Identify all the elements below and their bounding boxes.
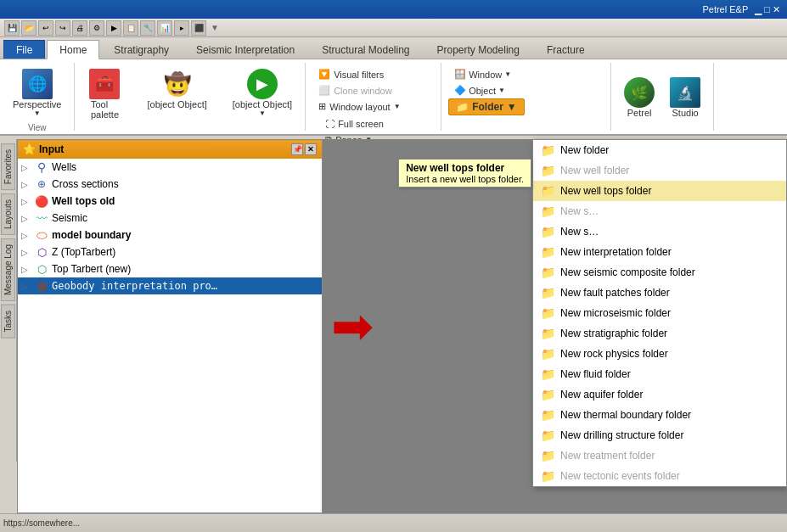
- new-interpretation-icon: 📁: [540, 244, 555, 260]
- top-tarbert-label: Top Tarbert (new): [52, 263, 318, 275]
- ribbon: 🌐 Perspective ▼ View 🧰 Toolpalette 🤠 [ob…: [0, 59, 787, 136]
- window-label: Window: [469, 70, 502, 80]
- panel-close-button[interactable]: ✕: [305, 143, 317, 155]
- qa-misc2[interactable]: 🔧: [140, 20, 155, 36]
- tab-structural[interactable]: Structural Modeling: [309, 40, 422, 59]
- tree-item-geobody[interactable]: ▷ ▦ Geobody interpretation pro…: [18, 277, 322, 294]
- menu-item-new-interpretation-folder[interactable]: 📁 New interpretation folder: [533, 242, 786, 262]
- players-button[interactable]: ▶ [object Object] ▼: [227, 64, 298, 121]
- new-aquifer-icon: 📁: [540, 387, 555, 402]
- panel-pin-button[interactable]: 📌: [291, 143, 303, 155]
- sidebar-tab-tasks[interactable]: Tasks: [1, 305, 15, 339]
- tab-home[interactable]: Home: [47, 40, 99, 59]
- tree-item-cross-sections[interactable]: ▷ ⊕ Cross sections: [18, 176, 322, 193]
- menu-item-new-rock-physics[interactable]: 📁 New rock physics folder: [533, 344, 786, 364]
- qa-play[interactable]: ▶: [106, 20, 121, 36]
- new-tectonic-events-label: New tectonic events folder: [560, 470, 680, 482]
- quickaccess-toolbar: 💾 📂 ↩ ↪ 🖨 ⚙ ▶ 📋 🔧 📊 ▸ ⬛ ▼: [0, 19, 787, 37]
- object-caret: ▼: [498, 87, 505, 94]
- panel-controls: 📌 ✕: [291, 143, 317, 155]
- menu-item-new-thermal-boundary[interactable]: 📁 New thermal boundary folder: [533, 405, 786, 425]
- clone-window-button[interactable]: ⬜ Clone window: [312, 82, 406, 98]
- menu-item-new-tectonic-events: 📁 New tectonic events folder: [533, 466, 786, 486]
- tab-stratigraphy[interactable]: Stratigraphy: [101, 40, 182, 59]
- qa-misc5[interactable]: ⬛: [191, 20, 206, 36]
- studio-button[interactable]: 🔬 Studio: [664, 73, 706, 122]
- folder-label: Folder: [472, 101, 503, 113]
- new-fault-patches-icon: 📁: [540, 285, 555, 300]
- visual-filters-button[interactable]: 🔽 Visual filters: [312, 66, 406, 82]
- expand-tarbert: ▷: [21, 265, 31, 274]
- qa-save[interactable]: 💾: [4, 20, 20, 36]
- new-drilling-structure-label: New drilling structure folder: [560, 429, 683, 441]
- well-tops-icon: 🔴: [35, 194, 48, 208]
- tool-palette-label: Toolpalette: [91, 99, 119, 120]
- folder-button[interactable]: 📁 Folder ▼: [448, 98, 525, 115]
- sidebar-tab-layouts[interactable]: Layouts: [1, 193, 15, 235]
- petrel-button[interactable]: 🌿 Petrel: [618, 73, 661, 122]
- menu-item-new-fault-patches[interactable]: 📁 New fault patches folder: [533, 283, 786, 303]
- qa-misc3[interactable]: 📊: [157, 20, 172, 36]
- model-boundary-label: model boundary: [52, 229, 318, 241]
- qa-misc4[interactable]: ▸: [174, 20, 189, 36]
- new-s2-icon: 📁: [540, 224, 555, 239]
- left-sidebar: Favorites Layouts Message Log Tasks: [0, 139, 17, 462]
- tree-item-model-boundary[interactable]: ▷ ⬭ model boundary: [18, 227, 322, 244]
- tree-item-well-tops-old[interactable]: ▷ 🔴 Well tops old: [18, 193, 322, 210]
- expand-geobody: ▷: [21, 282, 31, 291]
- menu-item-new-fluid[interactable]: 📁 New fluid folder: [533, 364, 786, 384]
- window-button[interactable]: 🪟 Window ▼: [448, 66, 517, 82]
- tab-fracture[interactable]: Fracture: [534, 40, 598, 59]
- window-caret: ▼: [504, 70, 511, 78]
- object-button[interactable]: 🔷 Object ▼: [448, 82, 511, 98]
- tree-item-top-tarbert[interactable]: ▷ ⬡ Top Tarbert (new): [18, 260, 322, 277]
- new-interpretation-folder-label: New interpretation folder: [560, 246, 672, 258]
- tree-item-seismic[interactable]: ▷ 〰 Seismic: [18, 210, 322, 227]
- qa-settings[interactable]: ⚙: [89, 20, 104, 36]
- geobody-icon: ▦: [35, 279, 48, 293]
- visual-filters-label: Visual filters: [334, 70, 384, 80]
- menu-item-new-s2[interactable]: 📁 New s…: [533, 221, 786, 242]
- ribbon-section-toolpalette: 🧰 Toolpalette: [75, 63, 134, 131]
- wells-icon: ⚲: [35, 160, 48, 174]
- perspective-label: Perspective: [13, 99, 61, 109]
- tool-palette-icon: 🧰: [89, 69, 120, 99]
- tab-property[interactable]: Property Modeling: [424, 40, 532, 59]
- perspective-caret: ▼: [34, 109, 41, 117]
- menu-item-new-drilling-structure[interactable]: 📁 New drilling structure folder: [533, 425, 786, 445]
- new-drilling-structure-icon: 📁: [540, 428, 555, 443]
- new-fluid-label: New fluid folder: [560, 368, 631, 380]
- menu-item-new-well-tops-folder[interactable]: 📁 New well tops folder: [533, 181, 786, 201]
- menu-item-new-aquifer[interactable]: 📁 New aquifer folder: [533, 384, 786, 405]
- qa-redo[interactable]: ↪: [55, 20, 70, 36]
- window-layout-button[interactable]: ⊞ Window layout ▼: [312, 98, 406, 115]
- well-tops-label: Well tops old: [52, 195, 318, 207]
- tooltip: New well tops folder Insert a new well t…: [398, 159, 531, 188]
- menu-item-new-folder[interactable]: 📁 New folder: [533, 140, 786, 160]
- statusbar: https://somewhere...: [0, 513, 787, 532]
- tab-file[interactable]: File: [3, 40, 45, 59]
- new-well-folder-icon: 📁: [540, 163, 555, 178]
- qa-undo[interactable]: ↩: [38, 20, 53, 36]
- sidebar-tab-messagelog[interactable]: Message Log: [1, 238, 15, 301]
- ribbon-tabs: File Home Stratigraphy Seismic Interpret…: [0, 37, 787, 59]
- petrel-label: Petrel: [627, 108, 652, 118]
- sidebar-tab-favorites[interactable]: Favorites: [1, 143, 15, 190]
- new-s2-label: New s…: [560, 226, 599, 238]
- tab-seismic[interactable]: Seismic Interpretation: [183, 40, 307, 59]
- menu-item-new-microseismic[interactable]: 📁 New microseismic folder: [533, 303, 786, 323]
- tree-item-wells[interactable]: ▷ ⚲ Wells: [18, 159, 322, 176]
- full-screen-button[interactable]: ⛶ Full screen: [319, 116, 394, 132]
- qa-print[interactable]: 🖨: [72, 20, 87, 36]
- perspective-button[interactable]: 🌐 Perspective ▼: [7, 64, 67, 121]
- studio-icon: 🔬: [670, 77, 700, 108]
- tool-palette-button[interactable]: 🧰 Toolpalette: [83, 64, 126, 124]
- inspector-button[interactable]: 🤠 [object Object]: [141, 64, 212, 114]
- menu-item-new-seismic-composite[interactable]: 📁 New seismic composite folder: [533, 262, 786, 283]
- menu-item-new-stratigraphic[interactable]: 📁 New stratigraphic folder: [533, 323, 786, 344]
- qa-open[interactable]: 📂: [21, 20, 37, 36]
- expand-cross: ▷: [21, 180, 31, 189]
- qa-misc1[interactable]: 📋: [123, 20, 138, 36]
- ribbon-section-petrel: 🌿 Petrel 🔬 Studio: [611, 63, 714, 131]
- tree-item-z-toptarbert[interactable]: ▷ ⬡ Z (TopTarbert): [18, 244, 322, 260]
